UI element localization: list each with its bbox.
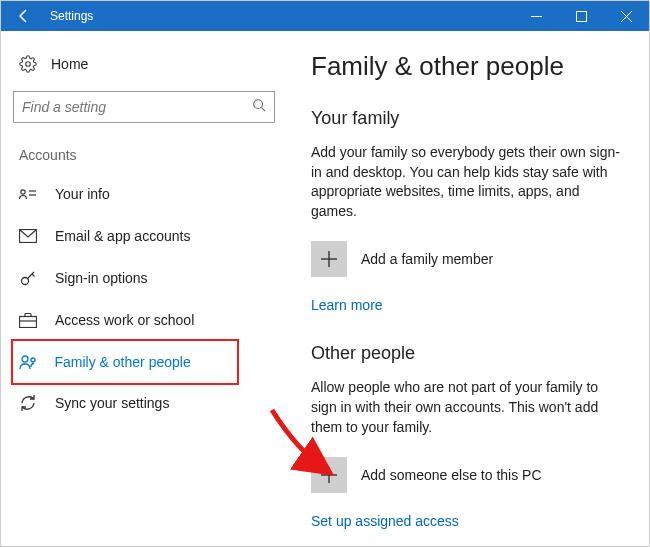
nav-label: Sign-in options (55, 270, 148, 286)
sidebar-item-family[interactable]: Family & other people (11, 339, 240, 385)
sidebar-item-your-info[interactable]: Your info (13, 173, 279, 215)
search-input[interactable] (13, 91, 275, 123)
nav-label: Your info (55, 186, 110, 202)
svg-rect-14 (20, 317, 37, 328)
close-button[interactable] (604, 1, 649, 31)
family-description: Add your family so everybody gets their … (311, 143, 625, 221)
key-icon (19, 269, 37, 287)
svg-line-13 (32, 274, 35, 277)
window-body: Home Accounts Your info Email & app (1, 31, 649, 546)
nav-label: Access work or school (55, 312, 194, 328)
sidebar-item-sync[interactable]: Sync your settings (13, 382, 279, 424)
svg-rect-1 (577, 11, 587, 21)
assigned-access-link[interactable]: Set up assigned access (311, 513, 625, 529)
svg-point-11 (22, 278, 29, 285)
home-label: Home (51, 56, 88, 72)
nav-label: Family & other people (55, 354, 191, 370)
sync-icon (19, 394, 37, 412)
people-icon (19, 353, 37, 371)
person-card-icon (19, 185, 37, 203)
plus-icon (311, 241, 347, 277)
svg-point-17 (31, 358, 35, 362)
main-panel: Family & other people Your family Add yo… (291, 31, 649, 546)
minimize-button[interactable] (514, 1, 559, 31)
sidebar-item-signin[interactable]: Sign-in options (13, 257, 279, 299)
mail-icon (19, 227, 37, 245)
svg-point-7 (21, 190, 25, 194)
other-heading: Other people (311, 343, 625, 364)
sidebar-item-email[interactable]: Email & app accounts (13, 215, 279, 257)
svg-point-5 (254, 100, 263, 109)
other-description: Allow people who are not part of your fa… (311, 378, 625, 437)
svg-point-4 (26, 62, 31, 67)
briefcase-icon (19, 311, 37, 329)
learn-more-link[interactable]: Learn more (311, 297, 625, 313)
svg-point-16 (22, 356, 28, 362)
add-other-label: Add someone else to this PC (361, 467, 542, 483)
titlebar: Settings (1, 1, 649, 31)
search-field[interactable] (22, 99, 252, 115)
sidebar: Home Accounts Your info Email & app (1, 31, 291, 546)
window-title: Settings (50, 9, 514, 23)
add-family-label: Add a family member (361, 251, 493, 267)
plus-icon (311, 457, 347, 493)
svg-line-6 (262, 108, 266, 112)
back-button[interactable] (1, 1, 46, 31)
sidebar-item-work[interactable]: Access work or school (13, 299, 279, 341)
gear-icon (19, 55, 37, 73)
maximize-button[interactable] (559, 1, 604, 31)
nav-label: Email & app accounts (55, 228, 190, 244)
add-other-user-button[interactable]: Add someone else to this PC (311, 457, 625, 493)
settings-window: Settings Home Accounts (0, 0, 650, 547)
home-button[interactable]: Home (13, 49, 279, 79)
section-label: Accounts (19, 147, 279, 163)
family-heading: Your family (311, 108, 625, 129)
nav-label: Sync your settings (55, 395, 169, 411)
page-title: Family & other people (311, 51, 625, 82)
add-family-member-button[interactable]: Add a family member (311, 241, 625, 277)
search-icon (252, 98, 266, 116)
